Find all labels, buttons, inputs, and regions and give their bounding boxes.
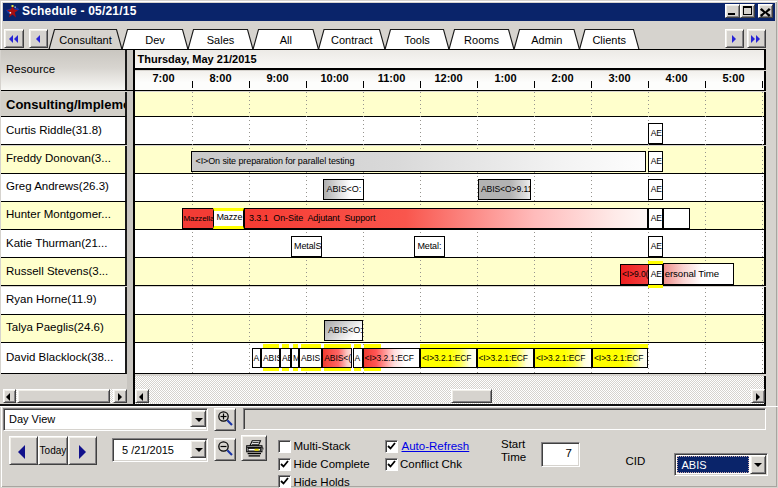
svg-text:Dev: Dev bbox=[145, 34, 165, 46]
svg-text:Sales: Sales bbox=[207, 34, 235, 46]
svg-text:All: All bbox=[280, 34, 292, 46]
svg-text:Contract: Contract bbox=[331, 34, 373, 46]
svg-text:Admin: Admin bbox=[531, 34, 562, 46]
svg-text:Rooms: Rooms bbox=[464, 34, 499, 46]
svg-text:Consultant: Consultant bbox=[59, 34, 112, 46]
svg-text:Tools: Tools bbox=[404, 34, 430, 46]
svg-text:Clients: Clients bbox=[592, 34, 626, 46]
